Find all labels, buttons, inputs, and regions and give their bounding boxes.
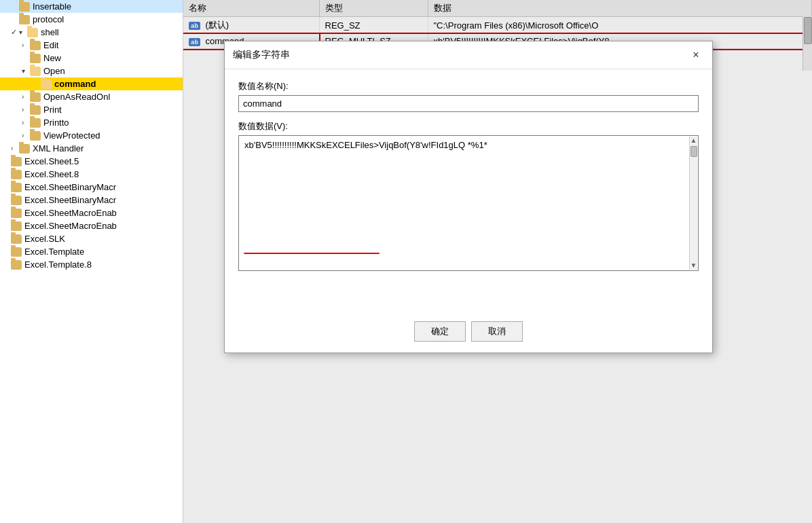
ok-button[interactable]: 确定 (414, 321, 466, 342)
tree-item-exceltemplate[interactable]: Excel.Template (0, 245, 183, 258)
scroll-down-arrow[interactable]: ▼ (690, 262, 697, 270)
tree-item-printto[interactable]: Printto (0, 116, 183, 129)
name-label: 数值名称(N): (238, 80, 699, 92)
tree-label-printto: Printto (43, 118, 69, 128)
folder-icon-excelsheetsinarymacr2 (11, 196, 22, 205)
data-field-group: 数值数据(V): ▲ ▼ (238, 120, 699, 273)
tree-item-new[interactable]: New (0, 52, 183, 65)
modal-close-button[interactable]: × (688, 47, 704, 63)
tree-item-excelslk[interactable]: Excel.SLK (0, 232, 183, 245)
tree-item-edit[interactable]: Edit (0, 39, 183, 52)
right-panel: 名称 类型 数据 ab (默认) REG_SZ "C:\Program File… (183, 0, 812, 523)
data-label: 数值数据(V): (238, 120, 699, 132)
tree-item-excelsheetsmacroenak1[interactable]: Excel.SheetMacroEnab (0, 206, 183, 219)
folder-icon-excelsheetsmacroenak1 (11, 209, 22, 218)
tree-item-print[interactable]: Print (0, 103, 183, 116)
folder-icon-viewprotected (30, 131, 41, 141)
folder-icon-exceltemplate8 (11, 260, 22, 270)
tree-label-edit: Edit (43, 40, 58, 50)
expand-arrow-xmlhandler (11, 145, 19, 152)
tree-label-protocol: protocol (33, 14, 64, 24)
tree-item-excelsheet5[interactable]: Excel.Sheet.5 (0, 155, 183, 168)
tree-item-xmlhandler[interactable]: XML Handler (0, 142, 183, 155)
tree-item-open[interactable]: Open (0, 65, 183, 77)
folder-icon-shell (27, 28, 38, 37)
tree-label-excelslk: Excel.SLK (24, 234, 65, 244)
tree-item-exceltemplate8[interactable]: Excel.Template.8 (0, 258, 183, 271)
folder-icon-excelslk (11, 234, 22, 244)
tree-item-command[interactable]: command (0, 77, 183, 90)
textarea-scrollbar-thumb[interactable] (690, 146, 697, 157)
folder-icon-openasreadonly (30, 92, 41, 102)
tree-label-openasreadonly: OpenAsReadOnl (43, 92, 110, 102)
modal-footer: 确定 取消 (225, 314, 712, 353)
expand-arrow-edit (22, 41, 30, 49)
folder-icon-new (30, 54, 41, 63)
modal-overlay: 编辑多字符串 × 数值名称(N): 数值数据(V): (183, 0, 812, 523)
main-container: Insertable protocol ✓ shell Edit New Op (0, 0, 812, 523)
expand-arrow-viewprotected (22, 132, 30, 139)
tree-label-viewprotected: ViewProtected (43, 130, 100, 141)
cancel-button[interactable]: 取消 (471, 321, 523, 342)
expand-arrow-openasreadonly (22, 93, 30, 101)
modal-body: 数值名称(N): 数值数据(V): ▲ ▼ (225, 69, 712, 314)
tree-label-xmlhandler: XML Handler (33, 143, 84, 154)
tree-panel: Insertable protocol ✓ shell Edit New Op (0, 0, 183, 523)
tree-label-exceltemplate: Excel.Template (24, 247, 84, 257)
folder-icon-print (30, 105, 41, 115)
tree-item-openasreadonly[interactable]: OpenAsReadOnl (0, 90, 183, 103)
tree-item-shell[interactable]: ✓ shell (0, 26, 183, 39)
expand-arrow-print (22, 106, 30, 113)
tree-item-excelsheet8[interactable]: Excel.Sheet.8 (0, 168, 183, 181)
tree-item-viewprotected[interactable]: ViewProtected (0, 129, 183, 142)
check-shell: ✓ (11, 28, 18, 37)
red-underline (244, 253, 380, 254)
name-input[interactable] (238, 95, 699, 112)
textarea-scrollbar[interactable]: ▲ ▼ (689, 137, 697, 270)
tree-label-excelsheetsmacroenak2: Excel.SheetMacroEnab (24, 221, 117, 231)
data-textarea[interactable] (238, 135, 699, 271)
folder-icon-printto (30, 118, 41, 128)
tree-label-open: Open (43, 66, 65, 76)
folder-icon-edit (30, 41, 41, 50)
folder-icon-excelsheetsmacroenak2 (11, 221, 22, 231)
tree-item-insertable[interactable]: Insertable (0, 0, 183, 13)
folder-icon-excelsheet5 (11, 157, 22, 166)
folder-icon-excelsheet8 (11, 170, 22, 179)
folder-icon-open (30, 67, 41, 76)
folder-icon-insertable (19, 2, 30, 12)
name-field-group: 数值名称(N): (238, 80, 699, 112)
tree-label-excelsheetsinarymacr1: Excel.SheetBinaryMacr (24, 182, 116, 192)
folder-icon-excelsheetsinarymacr1 (11, 183, 22, 192)
textarea-wrapper: ▲ ▼ (238, 135, 699, 273)
tree-item-protocol[interactable]: protocol (0, 13, 183, 26)
tree-label-print: Print (43, 105, 62, 115)
tree-label-excelsheetsinarymacr2: Excel.SheetBinaryMacr (24, 195, 116, 205)
folder-icon-xmlhandler (19, 144, 30, 154)
folder-icon-protocol (19, 15, 30, 24)
tree-label-exceltemplate8: Excel.Template.8 (24, 259, 92, 270)
expand-arrow-open (22, 67, 30, 75)
tree-item-excelsheetsinarymacr1[interactable]: Excel.SheetBinaryMacr (0, 181, 183, 194)
scroll-up-arrow[interactable]: ▲ (690, 137, 697, 145)
tree-label-shell: shell (41, 27, 59, 37)
tree-label-new: New (43, 53, 61, 63)
tree-label-excelsheet5: Excel.Sheet.5 (24, 156, 79, 166)
modal-titlebar: 编辑多字符串 × (225, 41, 712, 69)
modal-title: 编辑多字符串 (233, 49, 290, 61)
expand-arrow-shell (19, 29, 27, 36)
tree-item-excelsheetsinarymacr2[interactable]: Excel.SheetBinaryMacr (0, 194, 183, 206)
expand-arrow-printto (22, 119, 30, 126)
tree-item-excelsheetsmacroenak2[interactable]: Excel.SheetMacroEnab (0, 219, 183, 232)
folder-icon-command (41, 79, 52, 89)
modal-dialog: 编辑多字符串 × 数值名称(N): 数值数据(V): (224, 41, 713, 353)
folder-icon-exceltemplate (11, 247, 22, 257)
tree-label-excelsheetsmacroenak1: Excel.SheetMacroEnab (24, 208, 117, 218)
tree-label-insertable: Insertable (33, 1, 71, 12)
tree-label-excelsheet8: Excel.Sheet.8 (24, 169, 79, 179)
tree-label-command: command (54, 79, 96, 89)
